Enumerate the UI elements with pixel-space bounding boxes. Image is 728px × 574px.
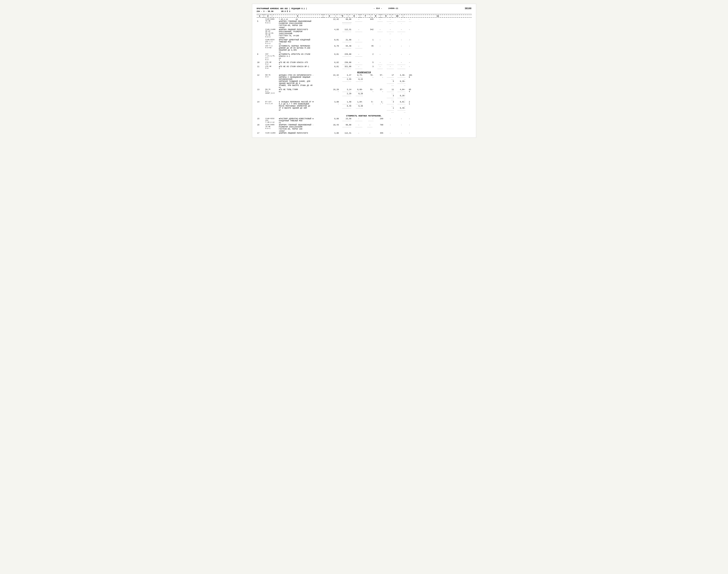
row-desc-15: ●РАСТВОР ЦЕМЕНТНО-ИЗВЕСТКОВЫЙ ● КЛАДОЧНЫ… (278, 118, 327, 124)
row-col7-6: 542 (366, 29, 374, 39)
row-col5-9: 229,88---------- (342, 53, 352, 62)
col-header-3: 3 (273, 15, 322, 17)
row-desc-7: ●РАСТВОР ЦЕМЕНТНЫЙ КЛАДОЧНЫЙ ТЯЖЕЛЫЙ М50… (278, 39, 327, 45)
row-col5-17: 112,31 (342, 132, 352, 134)
row-num-13: 13 (257, 89, 263, 101)
row-desc-16: ●КИРПИЧ ГЛИНЯНЫЙ ОБЫКНОВЕННЫЙ - РАЗМЕРОМ… (278, 124, 327, 132)
table-row: С140-11486ПР-НТ86-13-81ТО НЕП.6-4 ●КИРПИ… (257, 29, 471, 39)
header-center: - 314 - 24866-11 (373, 7, 398, 9)
row-col8-6: ------- (376, 29, 384, 39)
row-col5-13: 3,14---------- 2,29---------- (342, 89, 352, 101)
row-col10-6: ----------- (397, 29, 406, 39)
header: ПРОГРАММНЫЙ КОМПЛЕКС АВС-ЗЕС | РЕДАКЦИЯ … (257, 7, 471, 13)
table-row: ССУ Т.1П.9-92 ●СТОИМОСТЬ СБОРНЫХ ПЕРЕМЫЧ… (257, 45, 471, 53)
row-col6-6: --------- (354, 29, 364, 39)
row-col6-16: --------- (354, 124, 364, 132)
row-col4-15: 8,88 (329, 118, 339, 124)
section-stoimost: СТОИМОСТЬ НЕВТНЫХ МАТЕРИАЛОВ. (257, 113, 471, 118)
row-col4-14: 3,88- (329, 101, 339, 113)
row-code-8: ССУ Т.1П.9-92 (265, 45, 276, 53)
row-col7-16: ------- (366, 124, 374, 132)
row-col9-5: ----------- (386, 18, 395, 29)
row-col7-11: 3 (366, 66, 374, 70)
row-num-14: 14 (257, 101, 263, 113)
table-row: 16 С140-8466ТО НЕП.6-1 ●КИРПИЧ ГЛИНЯНЫЙ … (257, 124, 471, 132)
row-col7-12: 78-- (366, 74, 374, 89)
row-col10-13: 4,84------------ 8,26------------ (397, 89, 406, 101)
row-col5-10: 239,88---------- (342, 62, 352, 66)
main-page: ПРОГРАММНЫЙ КОМПЛЕКС АВС-ЗЕС | РЕДАКЦИЯ … (252, 4, 476, 138)
row-col7-9: 2 (366, 53, 374, 62)
row-col4-10: 8,82 (329, 62, 339, 66)
table-row: 14 Е7-1279-1-1.8 ● УКЛАДКА ПЕРЕМЫЧЕК МАС… (257, 101, 471, 113)
row-col8-7: - (376, 39, 384, 45)
row-code-7: С140-8224ССУ Т.1П.2-2 (265, 39, 276, 45)
row-code-10: СТО НЕП.2 (265, 62, 276, 66)
row-desc-17: ●КИРПИЧ ЛИЦЕВОЙ ПОЛУСУХОГО (278, 132, 327, 134)
row-col4-8: 8,78 (329, 45, 339, 53)
col-header-7: 7 (361, 15, 369, 17)
row-col9-13: 11----------- 3----------- (386, 89, 395, 101)
row-col10-12: 4,49------------ 8,28------------ (397, 74, 406, 89)
row-col6-5: --------- (354, 18, 364, 29)
row-col11-16: - (408, 124, 471, 132)
row-col10-9: - (397, 53, 406, 62)
row-col5-11: 321,88---------- (342, 66, 352, 70)
row-code-5: С140-8466ТО НЕП.6-1 (265, 18, 276, 29)
row-col9-12: 17----------- 5----------- (386, 74, 395, 89)
row-num-16: 16 (257, 124, 263, 132)
row-col5-14: 1,58---------- 8,46---------- (342, 101, 352, 113)
col-header-10: 10 (393, 15, 402, 17)
row-col4-12: 22,42- (329, 74, 339, 89)
row-col11-11: - (408, 66, 471, 70)
header-left: ПРОГРАММНЫЙ КОМПЛЕКС АВС-ЗЕС | РЕДАКЦИЯ … (257, 7, 307, 13)
row-desc-9: ●СТОИМОСТЬ АРМАТУРЫ ИЗ СТАЛИ КЛАССА А-1 … (278, 53, 327, 62)
row-col11-14: 21 (408, 101, 471, 113)
row-col11-17: : (408, 132, 471, 134)
row-col7-7: 1 (366, 39, 374, 45)
row-num-15: 15 (257, 118, 263, 124)
row-col4-5: 12,42 (329, 18, 339, 29)
row-col8-12: 57-- (376, 74, 384, 89)
row-col8-10: ------ (376, 62, 384, 66)
row-num-5: 5 (257, 18, 263, 53)
row-col4-13: 16,28- (329, 89, 339, 101)
row-code-13: ЕИ-769-3К030*,8.9 (265, 89, 276, 101)
row-col9-17: - (386, 132, 395, 134)
row-col10-14: 8,81------------ 8,49------------ (397, 101, 406, 113)
table-row: 12 ЕИ-769-3 ●КЛАДКА СТЕН ИЗ КЕРАМИЧЕСКОГ… (257, 74, 471, 89)
main-table: 5 С140-8466ТО НЕП.6-1 Т.ЗП.2-12 НЗ ●КИРП… (257, 18, 471, 134)
col-header-8: 8 (372, 15, 379, 17)
row-col11-6: - (408, 29, 471, 39)
row-col7-5: 845 (366, 18, 374, 29)
row-desc-13: ●ТО ЖЕ ТОЛЩ.770ММ ВЗ (278, 89, 327, 101)
row-col4-11: 8,81 (329, 66, 339, 70)
row-col9-16: - (386, 124, 395, 132)
row-col11-8: - (408, 45, 471, 53)
row-col8-16: 789 (376, 124, 384, 132)
row-col9-10: --------- (386, 62, 395, 66)
row-col6-8: --------- (354, 45, 364, 53)
row-desc-10: ●ТО ЖЕ ИЗ СТАЛИ КЛАССА АТ5Т (278, 62, 327, 66)
row-col8-15: 269 (376, 118, 384, 124)
row-col5-15: 23,58---------- (342, 118, 352, 124)
row-desc-8: ●СТОИМОСТЬ СБОРНЫХ ПЕРЕМЫЧЕК ДЛИНОЙ ДО 3… (278, 45, 327, 53)
col-header-1: 1 (257, 15, 263, 17)
row-col9-9: - (386, 53, 395, 62)
row-col6-11: --------- (354, 66, 364, 70)
header-title-line1: ПРОГРАММНЫЙ КОМПЛЕКС АВС-ЗЕС | РЕДАКЦИЯ … (257, 7, 307, 10)
row-col5-7: 21,98---------- (342, 39, 352, 45)
table-row: 11 СТО НЕП.6 ●ТО ЖЕ ИЗ СТАЛИ КЛАССА ВР-1… (257, 66, 471, 70)
row-col11-10: - (408, 62, 471, 66)
row-col8-8: - (376, 45, 384, 53)
row-col4-17: 4,86 (329, 132, 339, 134)
row-col6-10: --------- (354, 62, 364, 66)
row-col6-15: --------- (354, 118, 364, 124)
row-desc-5: Т.ЗП.2-12 НЗ ●КИРПИЧ ГЛИНЯНЫЙ ОБЫКНОВЕНН… (278, 18, 327, 29)
row-col7-15: ------- (366, 118, 374, 124)
row-col4-16: 18,43 (329, 124, 339, 132)
row-col7-8: 45 (366, 45, 374, 53)
table-row: 10 СТО НЕП.2 ●ТО ЖЕ ИЗ СТАЛИ КЛАССА АТ5Т… (257, 62, 471, 66)
row-col6-12: 8,75--------- 8,22-------- (354, 74, 364, 89)
column-headers: 1 : 2 : 3 : 4 : '5 : 6 : 7 : 8 : 9 : 10 … (257, 14, 471, 17)
